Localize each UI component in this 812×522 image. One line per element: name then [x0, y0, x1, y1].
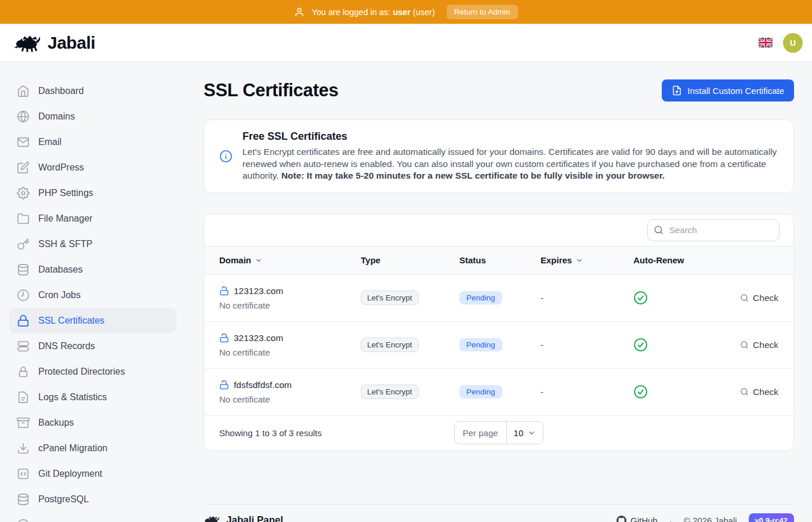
per-page-label: Per page — [455, 422, 507, 444]
status-badge: Pending — [459, 338, 502, 351]
column-header-type: Type — [361, 255, 459, 265]
sidebar-item-protected-directories[interactable]: Protected Directories — [9, 359, 176, 385]
auto-renew-indicator[interactable] — [633, 385, 740, 399]
search-icon — [654, 225, 664, 235]
footer-brand: Jabali Panel — [204, 514, 283, 522]
domain-name[interactable]: 321323.com — [234, 333, 283, 343]
sidebar-item-logs-statistics[interactable]: Logs & Statistics — [9, 385, 176, 410]
brand-logo[interactable]: Jabali — [14, 32, 95, 53]
info-box-body: Let's Encrypt certificates are free and … — [242, 146, 778, 182]
github-link[interactable]: GitHub — [617, 516, 658, 522]
impersonation-message: You are logged in as: user (user) — [311, 8, 434, 17]
sidebar-item-cpanel-migration[interactable]: cPanel Migration — [9, 436, 176, 461]
clock-icon — [17, 289, 30, 302]
check-certificate-button[interactable]: Check — [740, 340, 778, 350]
footer-brand-name: Jabali Panel — [226, 514, 283, 522]
archive-icon — [17, 416, 30, 429]
edit-icon — [17, 161, 30, 174]
boar-logo-icon — [204, 514, 221, 522]
search-input[interactable] — [647, 219, 780, 241]
certificate-type-badge: Let's Encrypt — [361, 291, 419, 305]
column-header-expires[interactable]: Expires — [541, 255, 633, 265]
brand-name: Jabali — [48, 33, 95, 53]
sidebar-item-email[interactable]: Email — [9, 129, 176, 155]
column-header-auto-renew: Auto-Renew — [633, 255, 778, 265]
search-icon — [740, 293, 749, 302]
results-summary: Showing 1 to 3 of 3 results — [219, 428, 454, 438]
install-custom-certificate-button[interactable]: Install Custom Certificate — [662, 79, 794, 102]
return-to-admin-button[interactable]: Return to Admin — [447, 5, 518, 19]
sidebar-item-git-deployment[interactable]: Git Deployment — [9, 461, 176, 487]
gear-icon — [17, 187, 30, 200]
uk-flag-icon[interactable] — [759, 38, 773, 48]
domain-name[interactable]: fdsfsdfdsf.com — [234, 380, 292, 390]
globe-icon — [17, 110, 30, 123]
sidebar-item-ssh-sftp[interactable]: SSH & SFTP — [9, 231, 176, 257]
expires-value: - — [541, 293, 633, 303]
column-header-status: Status — [459, 255, 541, 265]
sidebar-item-file-manager[interactable]: File Manager — [9, 206, 176, 231]
domain-name[interactable]: 123123.com — [234, 286, 283, 296]
key-icon — [17, 238, 30, 251]
table-row: 123123.com No certificate Let's Encrypt … — [204, 275, 793, 322]
search-icon — [740, 340, 749, 349]
certificate-status-subtitle: No certificate — [219, 394, 361, 404]
sidebar-item-wordpress[interactable]: WordPress — [9, 155, 176, 180]
certificate-type-badge: Let's Encrypt — [361, 385, 419, 399]
unlock-icon — [219, 286, 229, 296]
sidebar-item-postgresql[interactable]: PostgreSQL — [9, 487, 176, 512]
footer-separator: · — [669, 516, 672, 522]
sidebar-item-dashboard[interactable]: Dashboard — [9, 78, 176, 104]
file-plus-icon — [672, 85, 682, 96]
user-avatar[interactable]: U — [783, 33, 803, 53]
info-box-title: Free SSL Certificates — [242, 130, 778, 143]
database-icon — [17, 263, 30, 276]
chevron-down-icon — [255, 256, 263, 264]
auto-renew-indicator[interactable] — [633, 291, 740, 305]
sidebar-item-ssl-certificates[interactable]: SSL Certificates — [9, 308, 176, 334]
per-page-select[interactable]: Per page 10 — [454, 421, 544, 444]
certificate-status-subtitle: No certificate — [219, 300, 361, 310]
sidebar: Dashboard Domains Email WordPress PHP Se… — [0, 62, 186, 522]
sidebar-item-cron-jobs[interactable]: Cron Jobs — [9, 282, 176, 308]
info-icon — [219, 150, 233, 163]
table-pagination: Showing 1 to 3 of 3 results Per page 10 — [204, 416, 793, 450]
lock-icon — [17, 314, 30, 327]
certificate-type-badge: Let's Encrypt — [361, 338, 419, 352]
free-ssl-info-box: Free SSL Certificates Let's Encrypt cert… — [204, 119, 794, 193]
server-icon — [17, 340, 30, 353]
database-icon — [17, 493, 30, 506]
sidebar-item-databases[interactable]: Databases — [9, 257, 176, 282]
column-header-domain[interactable]: Domain — [219, 255, 361, 265]
circle-icon — [17, 519, 30, 522]
expires-value: - — [541, 340, 633, 350]
sidebar-item-partial[interactable] — [9, 512, 176, 522]
certificates-table-card: Domain Type Status Expires Auto-Renew 12… — [204, 214, 794, 451]
info-box-note: Note: It may take 5-20 minutes for a new… — [281, 171, 665, 180]
auto-renew-indicator[interactable] — [633, 338, 740, 352]
boar-logo-icon — [14, 32, 43, 53]
download-icon — [17, 442, 30, 455]
sidebar-item-backups[interactable]: Backups — [9, 410, 176, 436]
search-box — [647, 219, 780, 241]
status-badge: Pending — [459, 291, 502, 304]
code-icon — [17, 467, 30, 480]
copyright-text: © 2026 Jabali — [684, 516, 737, 522]
sidebar-item-domains[interactable]: Domains — [9, 104, 176, 129]
lock-icon — [17, 365, 30, 378]
impersonation-bar: You are logged in as: user (user) Return… — [0, 0, 812, 24]
github-icon — [617, 516, 626, 522]
folder-icon — [17, 212, 30, 225]
check-circle-icon — [633, 338, 648, 352]
version-badge: v0.9-rc42 — [749, 513, 794, 522]
check-certificate-button[interactable]: Check — [740, 387, 778, 397]
main-content: SSL Certificates Install Custom Certific… — [186, 62, 812, 522]
impersonated-username: user — [393, 8, 411, 17]
status-badge: Pending — [459, 385, 502, 398]
chevron-down-icon — [527, 429, 536, 437]
home-icon — [17, 85, 30, 97]
sidebar-item-php-settings[interactable]: PHP Settings — [9, 180, 176, 206]
per-page-value: 10 — [514, 428, 524, 438]
check-certificate-button[interactable]: Check — [740, 293, 778, 303]
sidebar-item-dns-records[interactable]: DNS Records — [9, 334, 176, 359]
